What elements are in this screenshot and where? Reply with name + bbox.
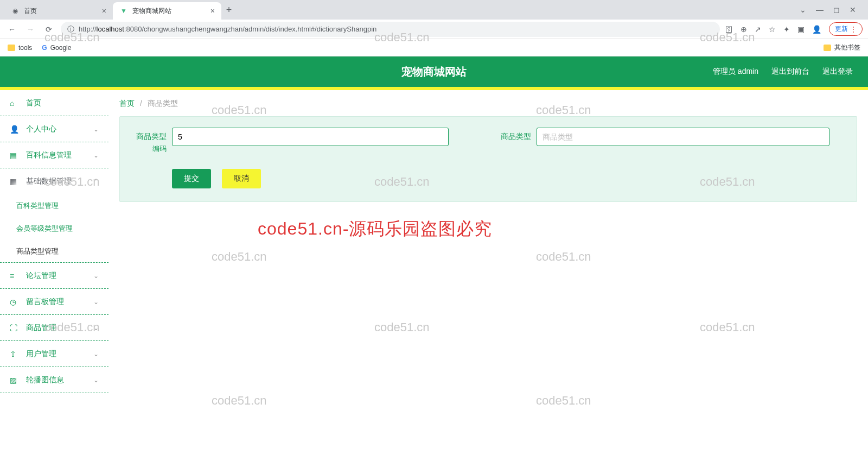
- form-field-code: 商品类型 编码: [127, 128, 449, 154]
- search-icon[interactable]: ⊕: [741, 25, 747, 34]
- button-row: 提交 取消: [127, 169, 849, 188]
- sidebar-item-baike[interactable]: ▤ 百科信息管理 ⌄: [0, 142, 108, 168]
- vue-icon: ▼: [119, 7, 128, 15]
- goods-type-name-input[interactable]: [537, 128, 829, 146]
- toolbar-right: ⚿ ⊕ ↗ ☆ ✦ ▣ 👤 更新 ⋮: [725, 22, 863, 36]
- app-header: 宠物商城网站 管理员 admin 退出到前台 退出登录: [0, 56, 868, 87]
- close-window-icon[interactable]: ✕: [850, 5, 856, 14]
- tab-title: 首页: [24, 7, 98, 16]
- image-icon: ▨: [10, 376, 20, 384]
- globe-icon: ◉: [11, 7, 20, 15]
- book-icon: ▤: [10, 151, 20, 160]
- form-row: 商品类型 编码 商品类型: [127, 128, 849, 154]
- user-icon: 👤: [10, 125, 20, 134]
- sidebar-item-home[interactable]: ⌂ 首页: [0, 90, 108, 116]
- breadcrumb-home[interactable]: 首页: [119, 99, 135, 108]
- user-icon: ⇧: [10, 350, 20, 358]
- star-icon[interactable]: ☆: [769, 25, 776, 34]
- exit-to-front-link[interactable]: 退出到前台: [771, 67, 809, 77]
- tab-strip: ◉ 首页 × ▼ 宠物商城网站 × + ⌄ — ◻ ✕: [0, 0, 868, 20]
- clock-icon: ◷: [10, 298, 20, 306]
- breadcrumb-current: 商品类型: [148, 99, 178, 108]
- tab-title: 宠物商城网站: [132, 7, 206, 16]
- folder-icon: [8, 45, 15, 51]
- panel-icon[interactable]: ▣: [797, 25, 805, 34]
- chevron-down-icon: ⌄: [93, 152, 99, 159]
- chevron-down-icon: ⌄: [93, 376, 99, 384]
- browser-chrome: ◉ 首页 × ▼ 宠物商城网站 × + ⌄ — ◻ ✕ ← → ⟳ ⓘ http…: [0, 0, 868, 56]
- content-area: 首页 / 商品类型 商品类型 编码 商品类型 提交: [108, 90, 868, 467]
- chevron-down-icon: ⌄: [93, 350, 99, 358]
- bookmark-other[interactable]: 其他书签: [824, 43, 860, 52]
- key-icon[interactable]: ⚿: [725, 25, 733, 34]
- submit-button[interactable]: 提交: [172, 169, 211, 188]
- url-prefix: http://: [79, 25, 97, 33]
- share-icon[interactable]: ↗: [755, 25, 761, 34]
- sidebar-subitem-goods-type[interactable]: 商品类型管理: [0, 240, 108, 263]
- main-layout: ⌂ 首页 👤 个人中心 ⌄ ▤ 百科信息管理 ⌄ ▦ 基础数据管理 ⌃ 百科类型…: [0, 90, 868, 467]
- breadcrumb: 首页 / 商品类型: [119, 99, 857, 109]
- sidebar: ⌂ 首页 👤 个人中心 ⌄ ▤ 百科信息管理 ⌄ ▦ 基础数据管理 ⌃ 百科类型…: [0, 90, 108, 467]
- dropdown-icon[interactable]: ⌄: [800, 5, 806, 14]
- url-input[interactable]: ⓘ http://localhost:8080/chongwushangchen…: [61, 22, 720, 37]
- update-button[interactable]: 更新 ⋮: [829, 22, 863, 36]
- logout-link[interactable]: 退出登录: [822, 67, 853, 77]
- field-label-code-2: 编码: [127, 144, 167, 154]
- sidebar-item-users[interactable]: ⇧ 用户管理 ⌄: [0, 341, 108, 367]
- field-label-code-1: 商品类型: [127, 128, 167, 142]
- breadcrumb-separator: /: [140, 99, 142, 108]
- form-field-type: 商品类型: [492, 128, 829, 154]
- header-right: 管理员 admin 退出到前台 退出登录: [713, 67, 868, 77]
- sidebar-subitem-member-level[interactable]: 会员等级类型管理: [0, 217, 108, 240]
- sidebar-item-goods[interactable]: ⛶ 商品管理 ⌄: [0, 315, 108, 341]
- minimize-icon[interactable]: —: [816, 5, 824, 14]
- sidebar-item-forum[interactable]: ≡ 论坛管理 ⌄: [0, 263, 108, 289]
- maximize-icon[interactable]: ◻: [833, 5, 840, 14]
- chevron-down-icon: ⌄: [93, 125, 99, 133]
- extensions-icon[interactable]: ✦: [783, 25, 790, 34]
- list-icon: ≡: [10, 272, 20, 280]
- chevron-down-icon: ⌄: [93, 298, 99, 306]
- bookmarks-bar: tools G Google 其他书签: [0, 39, 868, 56]
- browser-tab-0[interactable]: ◉ 首页 ×: [4, 2, 113, 20]
- goods-type-code-input[interactable]: [172, 128, 449, 146]
- address-bar: ← → ⟳ ⓘ http://localhost:8080/chongwusha…: [0, 20, 868, 39]
- user-label[interactable]: 管理员 admin: [713, 67, 758, 77]
- url-host: localhost: [97, 25, 124, 33]
- close-icon[interactable]: ×: [210, 7, 215, 15]
- back-button[interactable]: ←: [5, 23, 18, 36]
- data-icon: ▦: [10, 177, 20, 186]
- field-label-type: 商品类型: [492, 128, 531, 142]
- info-icon: ⓘ: [67, 24, 74, 34]
- new-tab-button[interactable]: +: [221, 2, 237, 17]
- profile-icon[interactable]: 👤: [812, 25, 821, 34]
- menu-dots-icon: ⋮: [850, 26, 857, 33]
- sidebar-item-carousel[interactable]: ▨ 轮播图信息 ⌄: [0, 367, 108, 393]
- app-title: 宠物商城网站: [401, 65, 467, 79]
- sidebar-item-personal[interactable]: 👤 个人中心 ⌄: [0, 116, 108, 142]
- url-path: :8080/chongwushangchengwangzhan/admin/di…: [124, 25, 376, 33]
- cancel-button[interactable]: 取消: [222, 169, 261, 188]
- bookmark-tools[interactable]: tools: [8, 44, 32, 52]
- chevron-down-icon: ⌄: [93, 272, 99, 280]
- form-panel: 商品类型 编码 商品类型 提交 取消: [119, 116, 857, 202]
- reload-button[interactable]: ⟳: [42, 23, 55, 36]
- expand-icon: ⛶: [10, 324, 20, 332]
- sidebar-subitem-baike-type[interactable]: 百科类型管理: [0, 194, 108, 217]
- window-controls: ⌄ — ◻ ✕: [800, 5, 864, 14]
- folder-icon: [824, 45, 831, 51]
- close-icon[interactable]: ×: [102, 7, 106, 15]
- chevron-down-icon: ⌄: [93, 324, 99, 332]
- home-icon: ⌂: [10, 99, 20, 108]
- bookmark-google[interactable]: G Google: [42, 44, 71, 52]
- sidebar-item-basic-data[interactable]: ▦ 基础数据管理 ⌃: [0, 168, 108, 194]
- chevron-up-icon: ⌃: [93, 178, 99, 185]
- google-icon: G: [42, 44, 47, 52]
- browser-tab-1[interactable]: ▼ 宠物商城网站 ×: [113, 2, 221, 20]
- forward-button[interactable]: →: [24, 23, 37, 36]
- sidebar-item-guestbook[interactable]: ◷ 留言板管理 ⌄: [0, 289, 108, 315]
